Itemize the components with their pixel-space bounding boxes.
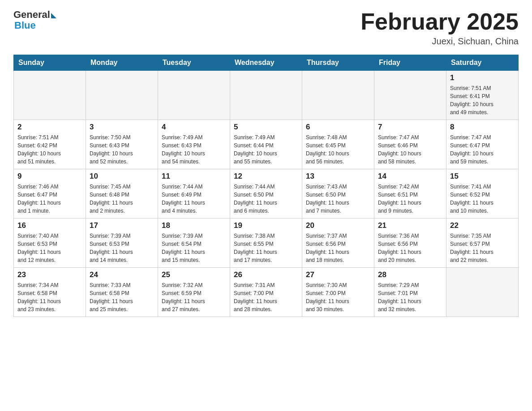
- calendar-week-row-3: 9Sunrise: 7:46 AM Sunset: 6:47 PM Daylig…: [14, 169, 519, 218]
- day-number: 20: [306, 221, 370, 230]
- day-info: Sunrise: 7:43 AM Sunset: 6:50 PM Dayligh…: [306, 183, 370, 215]
- day-number: 23: [17, 270, 82, 279]
- day-number: 6: [306, 123, 370, 132]
- day-info: Sunrise: 7:45 AM Sunset: 6:48 PM Dayligh…: [90, 183, 154, 215]
- calendar-cell: 5Sunrise: 7:49 AM Sunset: 6:44 PM Daylig…: [230, 120, 302, 169]
- calendar-cell: 8Sunrise: 7:47 AM Sunset: 6:47 PM Daylig…: [446, 120, 519, 169]
- calendar-cell: 18Sunrise: 7:39 AM Sunset: 6:54 PM Dayli…: [158, 218, 230, 268]
- day-info: Sunrise: 7:47 AM Sunset: 6:46 PM Dayligh…: [378, 133, 442, 166]
- weekday-header-row: SundayMondayTuesdayWednesdayThursdayFrid…: [14, 55, 519, 71]
- calendar-cell: 2Sunrise: 7:51 AM Sunset: 6:42 PM Daylig…: [14, 120, 86, 169]
- calendar-table: SundayMondayTuesdayWednesdayThursdayFrid…: [13, 55, 519, 317]
- weekday-header-monday: Monday: [86, 55, 158, 71]
- day-info: Sunrise: 7:49 AM Sunset: 6:44 PM Dayligh…: [234, 133, 298, 166]
- day-number: 21: [378, 221, 442, 230]
- calendar-cell: [446, 268, 519, 317]
- day-info: Sunrise: 7:44 AM Sunset: 6:49 PM Dayligh…: [162, 183, 226, 215]
- logo-blue-text: Blue: [14, 20, 36, 31]
- calendar-cell: 12Sunrise: 7:44 AM Sunset: 6:50 PM Dayli…: [230, 169, 302, 218]
- calendar-cell: 23Sunrise: 7:34 AM Sunset: 6:58 PM Dayli…: [14, 268, 86, 317]
- day-number: 19: [234, 221, 298, 230]
- day-number: 4: [162, 123, 226, 132]
- calendar-cell: [302, 71, 374, 120]
- day-info: Sunrise: 7:35 AM Sunset: 6:57 PM Dayligh…: [450, 232, 515, 264]
- day-number: 9: [17, 172, 82, 181]
- calendar-header: SundayMondayTuesdayWednesdayThursdayFrid…: [14, 55, 519, 71]
- calendar-cell: 19Sunrise: 7:38 AM Sunset: 6:55 PM Dayli…: [230, 218, 302, 268]
- weekday-header-thursday: Thursday: [302, 55, 374, 71]
- day-number: 3: [90, 123, 154, 132]
- calendar-cell: 22Sunrise: 7:35 AM Sunset: 6:57 PM Dayli…: [446, 218, 519, 268]
- calendar-cell: 17Sunrise: 7:39 AM Sunset: 6:53 PM Dayli…: [86, 218, 158, 268]
- calendar-cell: 13Sunrise: 7:43 AM Sunset: 6:50 PM Dayli…: [302, 169, 374, 218]
- day-info: Sunrise: 7:51 AM Sunset: 6:41 PM Dayligh…: [450, 84, 515, 116]
- day-number: 26: [234, 270, 298, 279]
- day-info: Sunrise: 7:32 AM Sunset: 6:59 PM Dayligh…: [162, 281, 226, 313]
- calendar-body: 1Sunrise: 7:51 AM Sunset: 6:41 PM Daylig…: [14, 71, 519, 317]
- day-info: Sunrise: 7:49 AM Sunset: 6:43 PM Dayligh…: [162, 133, 226, 166]
- calendar-week-row-1: 1Sunrise: 7:51 AM Sunset: 6:41 PM Daylig…: [14, 71, 519, 120]
- day-info: Sunrise: 7:48 AM Sunset: 6:45 PM Dayligh…: [306, 133, 370, 166]
- day-number: 18: [162, 221, 226, 230]
- calendar-week-row-4: 16Sunrise: 7:40 AM Sunset: 6:53 PM Dayli…: [14, 218, 519, 268]
- day-info: Sunrise: 7:47 AM Sunset: 6:47 PM Dayligh…: [450, 133, 515, 166]
- location-subtitle: Juexi, Sichuan, China: [360, 36, 519, 47]
- calendar-cell: 4Sunrise: 7:49 AM Sunset: 6:43 PM Daylig…: [158, 120, 230, 169]
- logo-arrow-icon: [51, 13, 56, 18]
- calendar-cell: 7Sunrise: 7:47 AM Sunset: 6:46 PM Daylig…: [374, 120, 446, 169]
- day-info: Sunrise: 7:50 AM Sunset: 6:43 PM Dayligh…: [90, 133, 154, 166]
- day-info: Sunrise: 7:31 AM Sunset: 7:00 PM Dayligh…: [234, 281, 298, 313]
- day-number: 7: [378, 123, 442, 132]
- day-info: Sunrise: 7:40 AM Sunset: 6:53 PM Dayligh…: [17, 232, 82, 264]
- day-number: 14: [378, 172, 442, 181]
- calendar-cell: 20Sunrise: 7:37 AM Sunset: 6:56 PM Dayli…: [302, 218, 374, 268]
- calendar-cell: 11Sunrise: 7:44 AM Sunset: 6:49 PM Dayli…: [158, 169, 230, 218]
- day-number: 2: [17, 123, 82, 132]
- day-info: Sunrise: 7:44 AM Sunset: 6:50 PM Dayligh…: [234, 183, 298, 215]
- calendar-cell: 21Sunrise: 7:36 AM Sunset: 6:56 PM Dayli…: [374, 218, 446, 268]
- calendar-cell: [374, 71, 446, 120]
- day-number: 22: [450, 221, 515, 230]
- day-number: 27: [306, 270, 370, 279]
- day-info: Sunrise: 7:38 AM Sunset: 6:55 PM Dayligh…: [234, 232, 298, 264]
- day-info: Sunrise: 7:34 AM Sunset: 6:58 PM Dayligh…: [17, 281, 82, 313]
- calendar-cell: [14, 71, 86, 120]
- day-number: 10: [90, 172, 154, 181]
- weekday-header-sunday: Sunday: [14, 55, 86, 71]
- logo-general-text: General: [13, 9, 50, 21]
- calendar-cell: 24Sunrise: 7:33 AM Sunset: 6:58 PM Dayli…: [86, 268, 158, 317]
- logo: General Blue: [13, 9, 56, 31]
- day-info: Sunrise: 7:39 AM Sunset: 6:54 PM Dayligh…: [162, 232, 226, 264]
- calendar-cell: 28Sunrise: 7:29 AM Sunset: 7:01 PM Dayli…: [374, 268, 446, 317]
- calendar-cell: 25Sunrise: 7:32 AM Sunset: 6:59 PM Dayli…: [158, 268, 230, 317]
- day-number: 16: [17, 221, 82, 230]
- weekday-header-saturday: Saturday: [446, 55, 519, 71]
- day-number: 17: [90, 221, 154, 230]
- weekday-header-friday: Friday: [374, 55, 446, 71]
- calendar-cell: [158, 71, 230, 120]
- page-header: General Blue February 2025 Juexi, Sichua…: [13, 9, 519, 47]
- calendar-cell: 15Sunrise: 7:41 AM Sunset: 6:52 PM Dayli…: [446, 169, 519, 218]
- day-number: 8: [450, 123, 515, 132]
- calendar-cell: 1Sunrise: 7:51 AM Sunset: 6:41 PM Daylig…: [446, 71, 519, 120]
- calendar-cell: 14Sunrise: 7:42 AM Sunset: 6:51 PM Dayli…: [374, 169, 446, 218]
- day-number: 15: [450, 172, 515, 181]
- day-number: 24: [90, 270, 154, 279]
- calendar-cell: 10Sunrise: 7:45 AM Sunset: 6:48 PM Dayli…: [86, 169, 158, 218]
- calendar-cell: [86, 71, 158, 120]
- weekday-header-tuesday: Tuesday: [158, 55, 230, 71]
- calendar-cell: 9Sunrise: 7:46 AM Sunset: 6:47 PM Daylig…: [14, 169, 86, 218]
- day-info: Sunrise: 7:39 AM Sunset: 6:53 PM Dayligh…: [90, 232, 154, 264]
- calendar-week-row-2: 2Sunrise: 7:51 AM Sunset: 6:42 PM Daylig…: [14, 120, 519, 169]
- day-info: Sunrise: 7:46 AM Sunset: 6:47 PM Dayligh…: [17, 183, 82, 215]
- day-number: 5: [234, 123, 298, 132]
- day-number: 25: [162, 270, 226, 279]
- calendar-week-row-5: 23Sunrise: 7:34 AM Sunset: 6:58 PM Dayli…: [14, 268, 519, 317]
- day-info: Sunrise: 7:42 AM Sunset: 6:51 PM Dayligh…: [378, 183, 442, 215]
- calendar-cell: 26Sunrise: 7:31 AM Sunset: 7:00 PM Dayli…: [230, 268, 302, 317]
- day-info: Sunrise: 7:36 AM Sunset: 6:56 PM Dayligh…: [378, 232, 442, 264]
- calendar-cell: 3Sunrise: 7:50 AM Sunset: 6:43 PM Daylig…: [86, 120, 158, 169]
- calendar-cell: 16Sunrise: 7:40 AM Sunset: 6:53 PM Dayli…: [14, 218, 86, 268]
- day-info: Sunrise: 7:30 AM Sunset: 7:00 PM Dayligh…: [306, 281, 370, 313]
- calendar-cell: 27Sunrise: 7:30 AM Sunset: 7:00 PM Dayli…: [302, 268, 374, 317]
